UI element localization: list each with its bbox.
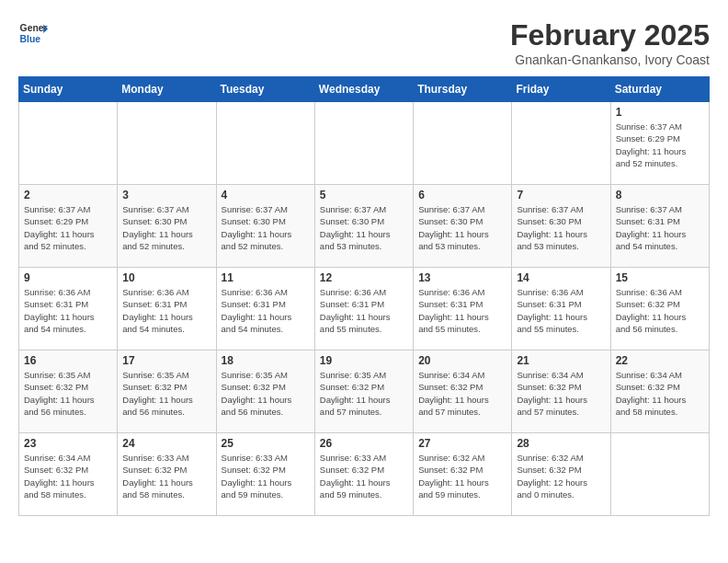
calendar-cell: 18Sunrise: 6:35 AM Sunset: 6:32 PM Dayli… [216,350,314,433]
day-info: Sunrise: 6:34 AM Sunset: 6:32 PM Dayligh… [418,369,506,418]
week-row-1: 2Sunrise: 6:37 AM Sunset: 6:29 PM Daylig… [19,185,710,268]
calendar-cell: 21Sunrise: 6:34 AM Sunset: 6:32 PM Dayli… [512,350,610,433]
calendar-cell: 3Sunrise: 6:37 AM Sunset: 6:30 PM Daylig… [118,185,216,268]
day-number: 23 [24,437,112,450]
day-number: 19 [320,354,408,367]
day-number: 6 [418,189,506,201]
header-thursday: Thursday [414,77,512,102]
day-number: 24 [122,437,210,450]
day-number: 10 [122,271,210,284]
calendar-cell: 1Sunrise: 6:37 AM Sunset: 6:29 PM Daylig… [610,102,709,185]
day-number: 5 [320,189,408,201]
calendar-cell: 16Sunrise: 6:35 AM Sunset: 6:32 PM Dayli… [19,350,118,433]
day-number: 1 [616,106,704,119]
header-sunday: Sunday [19,77,118,102]
day-info: Sunrise: 6:37 AM Sunset: 6:30 PM Dayligh… [222,203,310,252]
day-number: 27 [418,437,506,450]
calendar-cell: 15Sunrise: 6:36 AM Sunset: 6:32 PM Dayli… [610,268,709,350]
calendar-table: Sunday Monday Tuesday Wednesday Thursday… [18,76,710,516]
calendar-cell [414,102,512,185]
calendar-cell: 19Sunrise: 6:35 AM Sunset: 6:32 PM Dayli… [314,350,413,433]
header-tuesday: Tuesday [216,77,314,102]
day-info: Sunrise: 6:33 AM Sunset: 6:32 PM Dayligh… [222,452,310,500]
logo: General Blue [18,18,48,48]
calendar-cell [610,433,709,516]
calendar-cell: 25Sunrise: 6:33 AM Sunset: 6:32 PM Dayli… [216,433,314,516]
calendar-cell: 28Sunrise: 6:32 AM Sunset: 6:32 PM Dayli… [512,433,610,516]
title-block: February 2025 Gnankan-Gnankanso, Ivory C… [510,18,710,67]
day-number: 9 [24,271,112,284]
day-number: 25 [222,437,310,450]
week-row-3: 16Sunrise: 6:35 AM Sunset: 6:32 PM Dayli… [19,350,710,433]
calendar-cell: 13Sunrise: 6:36 AM Sunset: 6:31 PM Dayli… [414,268,512,350]
day-number: 4 [222,189,310,201]
month-title: February 2025 [510,18,710,52]
day-number: 18 [222,354,310,367]
header-wednesday: Wednesday [314,77,413,102]
calendar-cell: 20Sunrise: 6:34 AM Sunset: 6:32 PM Dayli… [414,350,512,433]
day-info: Sunrise: 6:36 AM Sunset: 6:31 PM Dayligh… [320,286,408,335]
calendar-cell: 26Sunrise: 6:33 AM Sunset: 6:32 PM Dayli… [314,433,413,516]
day-info: Sunrise: 6:37 AM Sunset: 6:30 PM Dayligh… [320,203,408,252]
calendar-cell: 14Sunrise: 6:36 AM Sunset: 6:31 PM Dayli… [512,268,610,350]
day-number: 15 [616,271,704,284]
day-number: 20 [418,354,506,367]
calendar-header-row: Sunday Monday Tuesday Wednesday Thursday… [19,77,710,102]
day-info: Sunrise: 6:36 AM Sunset: 6:31 PM Dayligh… [418,286,506,335]
calendar-cell [216,102,314,185]
day-info: Sunrise: 6:33 AM Sunset: 6:32 PM Dayligh… [320,452,408,500]
calendar-cell: 7Sunrise: 6:37 AM Sunset: 6:30 PM Daylig… [512,185,610,268]
calendar-cell [118,102,216,185]
calendar-cell: 6Sunrise: 6:37 AM Sunset: 6:30 PM Daylig… [414,185,512,268]
week-row-4: 23Sunrise: 6:34 AM Sunset: 6:32 PM Dayli… [19,433,710,516]
calendar-cell: 24Sunrise: 6:33 AM Sunset: 6:32 PM Dayli… [118,433,216,516]
day-info: Sunrise: 6:34 AM Sunset: 6:32 PM Dayligh… [616,369,704,418]
day-number: 26 [320,437,408,450]
day-info: Sunrise: 6:34 AM Sunset: 6:32 PM Dayligh… [517,369,605,418]
day-number: 13 [418,271,506,284]
day-number: 2 [24,189,112,201]
day-number: 22 [616,354,704,367]
day-info: Sunrise: 6:36 AM Sunset: 6:31 PM Dayligh… [24,286,112,335]
calendar-cell: 23Sunrise: 6:34 AM Sunset: 6:32 PM Dayli… [19,433,118,516]
day-info: Sunrise: 6:37 AM Sunset: 6:29 PM Dayligh… [616,121,704,169]
calendar-cell [19,102,118,185]
day-number: 8 [616,189,704,201]
day-info: Sunrise: 6:32 AM Sunset: 6:32 PM Dayligh… [517,452,605,500]
location: Gnankan-Gnankanso, Ivory Coast [510,52,710,67]
day-number: 14 [517,271,605,284]
day-number: 3 [122,189,210,201]
calendar-cell: 10Sunrise: 6:36 AM Sunset: 6:31 PM Dayli… [118,268,216,350]
day-info: Sunrise: 6:36 AM Sunset: 6:32 PM Dayligh… [616,286,704,335]
calendar-cell: 9Sunrise: 6:36 AM Sunset: 6:31 PM Daylig… [19,268,118,350]
day-number: 17 [122,354,210,367]
header-saturday: Saturday [610,77,709,102]
page-header: General Blue February 2025 Gnankan-Gnank… [18,18,710,67]
calendar-cell: 12Sunrise: 6:36 AM Sunset: 6:31 PM Dayli… [314,268,413,350]
day-info: Sunrise: 6:33 AM Sunset: 6:32 PM Dayligh… [122,452,210,500]
calendar-cell: 2Sunrise: 6:37 AM Sunset: 6:29 PM Daylig… [19,185,118,268]
day-info: Sunrise: 6:32 AM Sunset: 6:32 PM Dayligh… [418,452,506,500]
calendar-cell [314,102,413,185]
day-number: 7 [517,189,605,201]
calendar-cell [512,102,610,185]
calendar-cell: 27Sunrise: 6:32 AM Sunset: 6:32 PM Dayli… [414,433,512,516]
calendar-cell: 5Sunrise: 6:37 AM Sunset: 6:30 PM Daylig… [314,185,413,268]
day-number: 11 [222,271,310,284]
day-info: Sunrise: 6:37 AM Sunset: 6:30 PM Dayligh… [122,203,210,252]
day-number: 12 [320,271,408,284]
day-number: 28 [517,437,605,450]
header-friday: Friday [512,77,610,102]
day-info: Sunrise: 6:35 AM Sunset: 6:32 PM Dayligh… [24,369,112,418]
svg-text:Blue: Blue [20,34,41,44]
day-info: Sunrise: 6:35 AM Sunset: 6:32 PM Dayligh… [320,369,408,418]
day-info: Sunrise: 6:36 AM Sunset: 6:31 PM Dayligh… [517,286,605,335]
day-info: Sunrise: 6:34 AM Sunset: 6:32 PM Dayligh… [24,452,112,500]
day-info: Sunrise: 6:37 AM Sunset: 6:30 PM Dayligh… [418,203,506,252]
calendar-cell: 22Sunrise: 6:34 AM Sunset: 6:32 PM Dayli… [610,350,709,433]
calendar-cell: 8Sunrise: 6:37 AM Sunset: 6:31 PM Daylig… [610,185,709,268]
day-info: Sunrise: 6:35 AM Sunset: 6:32 PM Dayligh… [122,369,210,418]
day-info: Sunrise: 6:36 AM Sunset: 6:31 PM Dayligh… [122,286,210,335]
calendar-cell: 11Sunrise: 6:36 AM Sunset: 6:31 PM Dayli… [216,268,314,350]
calendar-cell: 4Sunrise: 6:37 AM Sunset: 6:30 PM Daylig… [216,185,314,268]
